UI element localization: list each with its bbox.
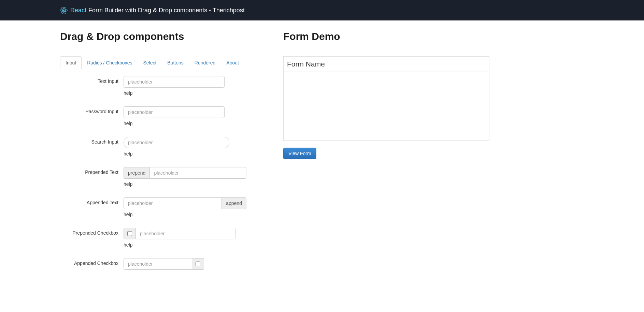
components-panel: Drag & Drop components Input Radios / Ch… (60, 31, 266, 275)
brand-text: Form Builder with Drag & Drop components… (88, 7, 245, 14)
tab-rendered[interactable]: Rendered (189, 56, 221, 69)
password-input[interactable] (124, 106, 225, 118)
label-prepended-checkbox: Prepended Checkbox (60, 228, 124, 253)
divider (60, 46, 266, 46)
appended-checkbox-input[interactable] (124, 258, 192, 270)
tab-select[interactable]: Select (138, 56, 162, 69)
label-prepended-text: Prepended Text (60, 167, 124, 192)
field-text-input[interactable]: Text Input help (60, 76, 266, 101)
form-drop-area[interactable]: Form Name (283, 56, 489, 141)
addon-prepend: prepend (124, 167, 149, 179)
form-demo-title: Form Demo (283, 31, 489, 42)
field-appended-text[interactable]: Appended Text append help (60, 197, 266, 223)
tab-input[interactable]: Input (60, 56, 82, 69)
tabs: Input Radios / Checkboxes Select Buttons… (60, 56, 266, 69)
addon-append: append (222, 197, 246, 209)
components-title: Drag & Drop components (60, 31, 266, 42)
help-password-input: help (124, 121, 266, 126)
help-appended-text: help (124, 212, 266, 217)
appended-text-input[interactable] (124, 197, 222, 209)
field-search-input[interactable]: Search Input help (60, 137, 266, 162)
text-input[interactable] (124, 76, 225, 88)
help-text-input: help (124, 90, 266, 96)
help-prepended-text: help (124, 181, 266, 187)
field-appended-checkbox[interactable]: Appended Checkbox (60, 258, 266, 270)
prepended-checkbox[interactable] (127, 231, 132, 236)
field-prepended-text[interactable]: Prepended Text prepend help (60, 167, 266, 192)
addon-append-checkbox (192, 258, 204, 270)
label-password-input: Password Input (60, 106, 124, 132)
appended-checkbox[interactable] (196, 262, 200, 266)
form-demo-panel: Form Demo Form Name View Form (283, 31, 489, 275)
addon-prepend-checkbox (124, 228, 135, 239)
field-password-input[interactable]: Password Input help (60, 106, 266, 132)
navbar: React Form Builder with Drag & Drop comp… (0, 0, 644, 20)
label-appended-checkbox: Appended Checkbox (60, 258, 124, 270)
tab-about[interactable]: About (221, 56, 244, 69)
label-text-input: Text Input (60, 76, 124, 101)
help-prepended-checkbox: help (124, 242, 266, 248)
search-input[interactable] (124, 137, 229, 148)
form-legend: Form Name (284, 57, 488, 72)
view-form-button[interactable]: View Form (283, 148, 316, 159)
tab-buttons[interactable]: Buttons (162, 56, 189, 69)
brand-link[interactable]: React (70, 7, 86, 14)
label-appended-text: Appended Text (60, 197, 124, 223)
field-prepended-checkbox[interactable]: Prepended Checkbox help (60, 228, 266, 253)
help-search-input: help (124, 151, 266, 157)
divider (283, 46, 489, 46)
react-icon (60, 6, 68, 14)
label-search-input: Search Input (60, 137, 124, 162)
prepended-text-input[interactable] (149, 167, 246, 179)
prepended-checkbox-input[interactable] (135, 228, 235, 239)
tab-radios-checkboxes[interactable]: Radios / Checkboxes (82, 56, 138, 69)
svg-point-0 (63, 10, 65, 11)
